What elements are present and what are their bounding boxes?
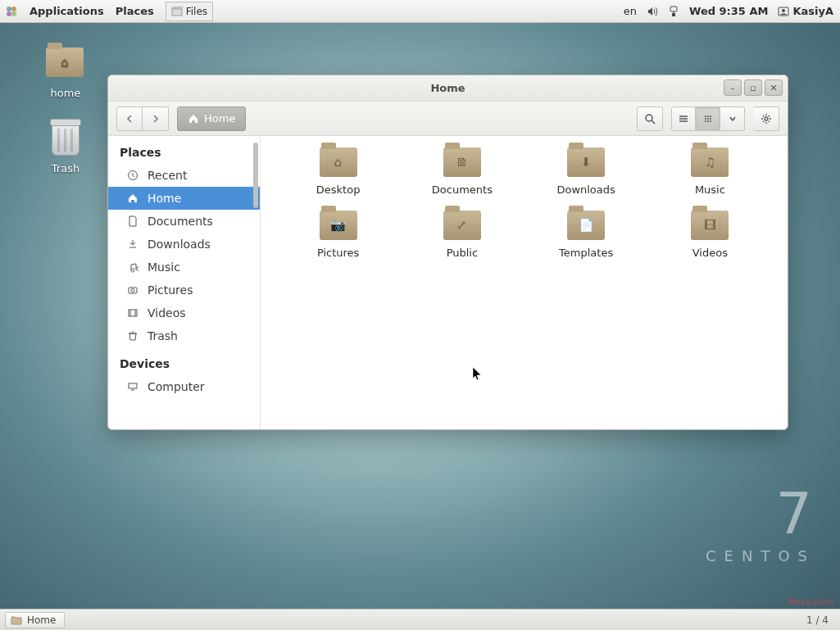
window-minimize-button[interactable]: –: [724, 79, 742, 96]
sidebar-item-label: Music: [148, 261, 180, 274]
desktop-icon-home[interactable]: ⌂ home: [33, 43, 98, 99]
trash-icon: [126, 329, 139, 342]
sidebar-item-label: Pictures: [148, 283, 193, 297]
sidebar-item-label: Documents: [148, 215, 213, 228]
folder-label: Downloads: [529, 184, 644, 196]
window-titlebar[interactable]: Home – ▫ ✕: [108, 75, 788, 102]
search-icon: [644, 113, 656, 125]
sidebar: Places Recent Home Documents Downloads M…: [108, 136, 261, 429]
svg-point-17: [707, 116, 709, 117]
svg-point-22: [705, 120, 706, 122]
user-icon: [778, 6, 789, 17]
folder-label: Documents: [404, 184, 520, 196]
sidebar-item-label: Home: [148, 192, 181, 205]
keyboard-layout-indicator[interactable]: en: [624, 5, 637, 17]
sidebar-header-places: Places: [108, 143, 260, 164]
taskbar-window-button[interactable]: Home: [5, 612, 65, 628]
clock[interactable]: Wed 9:35 AM: [689, 5, 768, 17]
gear-icon: [761, 113, 772, 125]
folder-label: Desktop: [280, 184, 396, 196]
svg-point-3: [11, 11, 16, 16]
sidebar-item-label: Computer: [148, 380, 205, 393]
sidebar-scrollbar[interactable]: [253, 143, 258, 208]
sidebar-item-trash[interactable]: Trash: [108, 324, 260, 347]
distro-logo-icon: [5, 5, 18, 18]
network-icon[interactable]: [668, 6, 679, 17]
folder-label: Public: [404, 247, 520, 259]
user-menu[interactable]: KasiyA: [778, 5, 833, 17]
sidebar-item-computer[interactable]: Computer: [108, 375, 260, 398]
folder-public[interactable]: ⤢Public: [404, 211, 520, 259]
nav-back-button[interactable]: [116, 107, 143, 131]
svg-point-16: [705, 116, 706, 117]
folder-downloads[interactable]: ⬇Downloads: [529, 147, 644, 196]
svg-point-1: [11, 7, 16, 11]
clock-icon: [126, 169, 139, 182]
view-dropdown-button[interactable]: [720, 107, 745, 131]
folder-label: Music: [652, 184, 768, 196]
places-menu[interactable]: Places: [116, 5, 154, 17]
path-bar-home[interactable]: Home: [177, 107, 246, 131]
document-icon: [126, 215, 139, 228]
folder-pictures[interactable]: 📷Pictures: [280, 211, 396, 259]
folder-icon: [11, 615, 22, 625]
svg-rect-32: [129, 383, 137, 388]
desktop-icon-trash[interactable]: Trash: [33, 123, 98, 174]
folder-music[interactable]: ♫Music: [652, 147, 768, 196]
current-app-button[interactable]: Files: [166, 2, 213, 21]
sidebar-header-devices: Devices: [108, 354, 260, 375]
svg-rect-6: [670, 7, 677, 11]
download-icon: [126, 238, 139, 251]
svg-rect-5: [172, 7, 182, 10]
view-grid-button[interactable]: [696, 107, 720, 131]
sidebar-item-downloads[interactable]: Downloads: [108, 233, 260, 256]
settings-button[interactable]: [753, 107, 779, 131]
svg-point-23: [707, 120, 709, 122]
sidebar-item-documents[interactable]: Documents: [108, 210, 260, 233]
window-title: Home: [430, 82, 465, 94]
sidebar-item-music[interactable]: Music: [108, 256, 260, 279]
sidebar-item-videos[interactable]: Videos: [108, 301, 260, 324]
bottom-panel: Home 1 / 4: [0, 609, 840, 630]
volume-icon[interactable]: [647, 6, 658, 17]
view-list-button[interactable]: [671, 107, 696, 131]
svg-line-12: [652, 120, 655, 124]
chevron-down-icon: [729, 115, 737, 123]
search-button[interactable]: [637, 107, 663, 131]
sidebar-item-pictures[interactable]: Pictures: [108, 279, 260, 301]
folder-documents[interactable]: 🗎Documents: [404, 147, 520, 196]
sidebar-item-label: Videos: [148, 306, 186, 320]
sidebar-item-label: Downloads: [148, 238, 211, 251]
grid-icon: [702, 113, 714, 125]
desktop-icon-label: Trash: [33, 162, 98, 174]
svg-point-28: [131, 289, 134, 292]
svg-rect-7: [672, 13, 675, 16]
sidebar-item-label: Trash: [148, 329, 178, 342]
window-close-button[interactable]: ✕: [765, 79, 783, 96]
toolbar: Home: [108, 102, 788, 136]
window-maximize-button[interactable]: ▫: [744, 79, 762, 96]
folder-label: Templates: [529, 247, 644, 259]
home-icon: [188, 113, 199, 125]
applications-menu[interactable]: Applications: [30, 5, 104, 17]
camera-icon: [126, 283, 139, 297]
workspace-pager[interactable]: 1 / 4: [800, 614, 835, 626]
desktop-icon-label: home: [33, 87, 98, 99]
folder-templates[interactable]: 📄Templates: [529, 211, 644, 259]
os-brand: 7 CENTOS: [706, 480, 815, 564]
sidebar-item-recent[interactable]: Recent: [108, 164, 260, 187]
svg-point-18: [710, 116, 711, 117]
file-manager-icon: [171, 6, 183, 17]
svg-point-19: [705, 118, 706, 120]
folder-videos[interactable]: 🎞Videos: [652, 211, 768, 259]
top-panel: Applications Places Files en Wed 9:35 AM…: [0, 0, 840, 23]
file-manager-window: Home – ▫ ✕ Home Places Recent Home D: [107, 75, 788, 430]
svg-point-0: [7, 7, 11, 11]
svg-point-25: [765, 117, 768, 120]
computer-icon: [126, 380, 139, 393]
nav-forward-button[interactable]: [143, 107, 169, 131]
sidebar-item-home[interactable]: Home: [108, 187, 260, 210]
svg-point-24: [710, 120, 711, 122]
folder-desktop[interactable]: ⌂Desktop: [280, 147, 396, 196]
folder-grid: ⌂Desktop 🗎Documents ⬇Downloads ♫Music 📷P…: [261, 136, 788, 429]
